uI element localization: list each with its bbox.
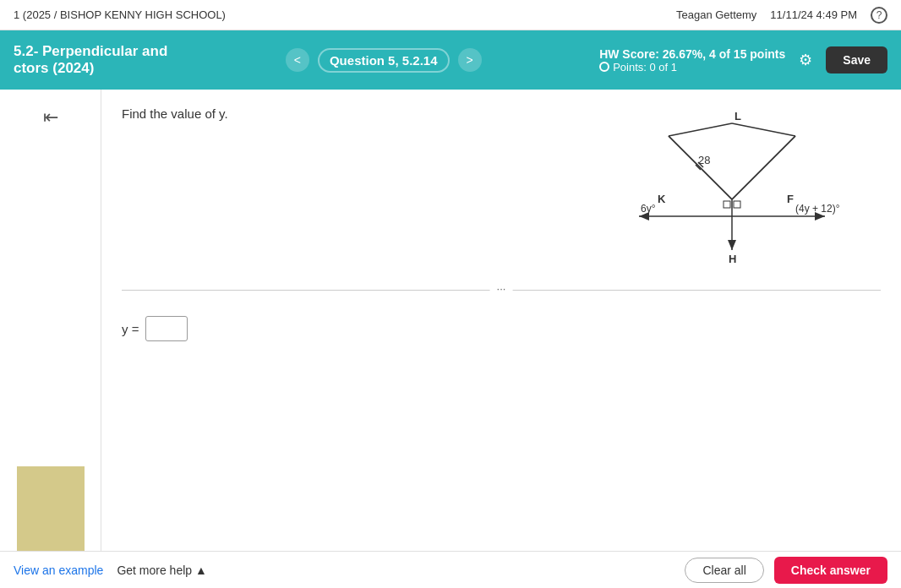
header-bar: 5.2- Perpendicular and ctors (2024) < Qu… — [0, 30, 901, 90]
top-bar: 1 (2025 / BISHOP KENNY HIGH SCHOOL) Teag… — [0, 0, 901, 30]
help-icon[interactable]: ? — [871, 7, 887, 24]
bottom-right: Clear all Check answer — [685, 557, 887, 584]
svg-rect-13 — [724, 201, 730, 208]
divider-dots: ··· — [490, 282, 513, 295]
back-button[interactable]: ⇤ — [43, 106, 58, 128]
check-answer-button[interactable]: Check answer — [774, 557, 887, 584]
bottom-bar: View an example Get more help ▲ Clear al… — [0, 551, 901, 588]
prev-question-button[interactable]: < — [286, 48, 309, 72]
points-circle-icon — [599, 62, 609, 72]
svg-text:H: H — [729, 253, 736, 265]
svg-line-5 — [732, 136, 795, 199]
svg-text:(4y + 12)°: (4y + 12)° — [795, 203, 840, 215]
page-title: 1 (2025 / BISHOP KENNY HIGH SCHOOL) — [14, 8, 226, 21]
bottom-left: View an example Get more help ▲ — [14, 564, 207, 577]
diagram-container: 28 L K F H 6y° (4y + 12)° — [614, 106, 850, 292]
header-right: HW Score: 26.67%, 4 of 15 points Points:… — [599, 46, 887, 74]
save-button[interactable]: Save — [826, 46, 887, 74]
svg-text:6y°: 6y° — [641, 203, 656, 215]
next-question-button[interactable]: > — [458, 48, 482, 72]
section-info: 5.2- Perpendicular and ctors (2024) — [14, 43, 167, 78]
geometry-diagram: 28 L K F H 6y° (4y + 12)° — [614, 106, 850, 292]
svg-line-3 — [732, 123, 795, 136]
svg-text:L: L — [734, 110, 741, 122]
svg-marker-11 — [728, 240, 736, 250]
svg-line-4 — [669, 136, 732, 199]
points-area: Points: 0 of 1 — [599, 61, 785, 74]
username: Teagan Gettemy — [676, 8, 756, 21]
sidebar: ⇤ — [0, 90, 101, 551]
question-area: Find the value of y. — [101, 90, 901, 551]
answer-area: y = — [122, 316, 881, 341]
clear-all-button[interactable]: Clear all — [685, 558, 763, 583]
answer-input[interactable] — [145, 316, 188, 341]
answer-label: y = — [122, 322, 139, 336]
get-more-help-button[interactable]: Get more help ▲ — [117, 564, 206, 577]
section-title: 5.2- Perpendicular and — [14, 43, 167, 60]
hw-score: HW Score: 26.67%, 4 of 15 points — [599, 47, 785, 61]
section-subtitle: ctors (2024) — [14, 60, 167, 77]
svg-line-2 — [669, 123, 732, 136]
svg-text:F: F — [787, 193, 794, 205]
datetime: 11/11/24 4:49 PM — [770, 8, 857, 21]
question-nav: < Question 5, 5.2.14 > — [286, 48, 482, 73]
svg-text:K: K — [658, 193, 666, 205]
gear-icon[interactable]: ⚙ — [799, 51, 812, 69]
points-label: Points: 0 of 1 — [613, 61, 677, 74]
sidebar-color-block — [17, 466, 85, 551]
divider: ··· — [122, 290, 881, 291]
view-example-button[interactable]: View an example — [14, 564, 103, 577]
question-label: Question 5, 5.2.14 — [318, 48, 450, 73]
main-content: ⇤ Find the value of y. — [0, 90, 901, 551]
score-area: HW Score: 26.67%, 4 of 15 points Points:… — [599, 47, 785, 74]
svg-rect-12 — [734, 201, 740, 208]
user-info: Teagan Gettemy 11/11/24 4:49 PM ? — [676, 7, 887, 24]
